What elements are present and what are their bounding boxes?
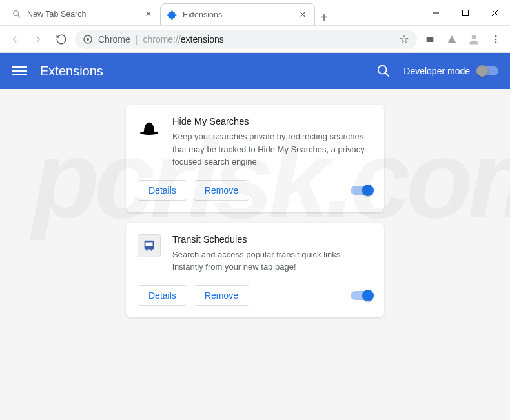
extension-card-hide-my-searches: Hide My Searches Keep your searches priv… [126, 105, 384, 212]
tab-strip: New Tab Search × Extensions × + [0, 0, 421, 25]
close-icon[interactable]: × [143, 9, 154, 19]
tab-extensions[interactable]: Extensions × [160, 3, 315, 25]
extension-icon [138, 116, 161, 139]
new-tab-button[interactable]: + [315, 10, 333, 25]
chrome-icon [83, 34, 93, 45]
forward-button[interactable] [28, 30, 48, 49]
close-icon[interactable]: × [298, 10, 308, 20]
svg-point-9 [472, 35, 476, 39]
remove-button[interactable]: Remove [194, 285, 249, 306]
search-icon[interactable] [376, 64, 391, 78]
close-button[interactable] [480, 0, 510, 26]
star-icon[interactable]: ☆ [399, 32, 409, 46]
extension-icon-2[interactable] [443, 30, 461, 48]
omnibox-path: chrome://extensions [143, 34, 223, 45]
page-title: Extensions [40, 64, 363, 79]
details-button[interactable]: Details [138, 180, 187, 201]
reload-button[interactable] [52, 30, 71, 49]
svg-point-0 [14, 11, 19, 16]
extension-description: Search and access popular transit quick … [172, 248, 372, 274]
extension-name: Hide My Searches [172, 116, 372, 126]
svg-point-11 [495, 38, 497, 40]
search-icon [12, 9, 22, 19]
extension-icon-1[interactable] [421, 30, 439, 48]
svg-point-18 [146, 249, 148, 251]
extension-card-transit-schedules: Transit Schedules Search and access popu… [126, 223, 384, 317]
minimize-button[interactable] [421, 0, 451, 26]
menu-button[interactable] [487, 30, 505, 48]
puzzle-icon [167, 10, 178, 20]
address-bar[interactable]: Chrome | chrome://extensions ☆ [75, 30, 417, 49]
tab-new-tab-search[interactable]: New Tab Search × [5, 3, 160, 25]
svg-rect-8 [427, 37, 434, 42]
tab-title: Extensions [183, 10, 292, 19]
developer-mode-toggle[interactable] [476, 66, 498, 75]
extensions-list: Hide My Searches Keep your searches priv… [0, 89, 510, 420]
extensions-header: Extensions Developer mode [0, 53, 510, 89]
details-button[interactable]: Details [138, 285, 187, 306]
tab-title: New Tab Search [27, 10, 138, 19]
svg-point-10 [495, 35, 497, 37]
svg-line-14 [385, 73, 389, 77]
svg-point-7 [87, 38, 89, 41]
svg-rect-17 [146, 242, 153, 246]
menu-icon[interactable] [12, 63, 27, 79]
remove-button[interactable]: Remove [194, 180, 249, 201]
developer-mode-label: Developer mode [403, 66, 470, 76]
browser-toolbar: Chrome | chrome://extensions ☆ [0, 26, 510, 53]
developer-mode: Developer mode [403, 66, 498, 76]
svg-point-19 [150, 249, 152, 251]
extension-description: Keep your searches private by redirectin… [172, 130, 372, 168]
maximize-button[interactable] [451, 0, 480, 26]
enable-toggle[interactable] [351, 186, 372, 195]
omnibox-divider: | [136, 34, 138, 45]
svg-line-1 [18, 15, 21, 18]
back-button[interactable] [5, 30, 25, 49]
extension-icon [138, 234, 161, 257]
window-controls [421, 0, 510, 25]
window-titlebar: New Tab Search × Extensions × + [0, 0, 510, 26]
svg-rect-3 [463, 10, 469, 15]
enable-toggle[interactable] [351, 291, 372, 300]
extension-name: Transit Schedules [172, 234, 372, 245]
svg-point-12 [495, 41, 497, 43]
profile-avatar[interactable] [465, 30, 483, 48]
svg-point-13 [378, 66, 387, 74]
omnibox-site-label: Chrome [98, 34, 130, 45]
